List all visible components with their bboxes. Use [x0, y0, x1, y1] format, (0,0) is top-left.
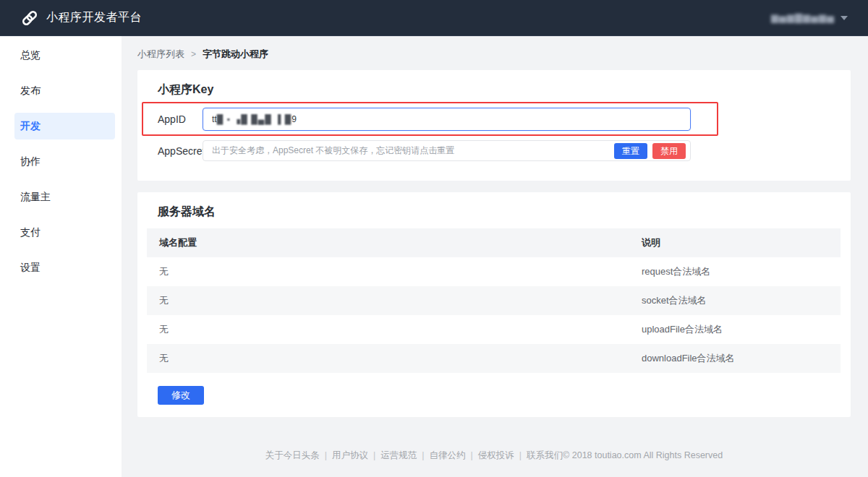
user-menu[interactable]: ▆▅▆▇▆▅▆▅ — [771, 12, 848, 23]
miniapp-key-card: 小程序Key AppID tt █ ▪ ▗█ █▄█ ▐ █ 9 AppSecr… — [137, 70, 851, 181]
footer-link-operation-rules[interactable]: 运营规范 — [380, 450, 417, 460]
table-row: 无 socket合法域名 — [147, 286, 841, 315]
footer-link-infringement[interactable]: 侵权投诉 — [478, 450, 514, 460]
domain-description: uploadFile合法域名 — [642, 323, 841, 336]
sidebar-item-payment[interactable]: 支付 — [14, 219, 115, 246]
appsecret-placeholder: 出于安全考虑，AppSecret 不被明文保存，忘记密钥请点击重置 — [212, 145, 609, 157]
table-row: 无 uploadFile合法域名 — [147, 315, 841, 344]
appsecret-label: AppSecret — [158, 145, 203, 157]
sidebar-item-traffic[interactable]: 流量主 — [14, 184, 115, 210]
footer-separator: | — [471, 450, 473, 460]
chevron-down-icon — [841, 16, 848, 20]
domain-description: downloadFile合法域名 — [642, 352, 841, 365]
domain-config-value: 无 — [147, 294, 642, 307]
appsecret-field: 出于安全考虑，AppSecret 不被明文保存，忘记密钥请点击重置 重置 禁用 — [203, 140, 691, 161]
col-header-description: 说明 — [642, 236, 841, 249]
username: ▆▅▆▇▆▅▆▅ — [771, 12, 835, 23]
footer-link-self-discipline[interactable]: 自律公约 — [430, 450, 466, 460]
sidebar: 总览 发布 开发 协作 流量主 支付 设置 — [0, 36, 122, 477]
breadcrumb-separator: > — [191, 49, 196, 59]
domain-config-value: 无 — [147, 352, 642, 365]
table-row: 无 request合法域名 — [147, 257, 841, 286]
table-header-row: 域名配置 说明 — [147, 228, 841, 257]
domain-table: 域名配置 说明 无 request合法域名 无 socket合法域名 无 upl… — [147, 228, 841, 373]
disable-secret-button[interactable]: 禁用 — [652, 143, 686, 159]
appsecret-row: AppSecret 出于安全考虑，AppSecret 不被明文保存，忘记密钥请点… — [158, 140, 830, 161]
domain-config-value: 无 — [147, 323, 642, 336]
reset-secret-button[interactable]: 重置 — [614, 143, 647, 159]
sidebar-item-collaboration[interactable]: 协作 — [14, 148, 115, 175]
top-header: 小程序开发者平台 ▆▅▆▇▆▅▆▅ — [0, 0, 868, 36]
key-section-title: 小程序Key — [158, 82, 830, 98]
footer-separator: | — [519, 450, 522, 460]
appid-value-suffix: 9 — [292, 114, 297, 124]
domain-config-value: 无 — [147, 265, 642, 278]
breadcrumb: 小程序列表 > 字节跳动小程序 — [137, 47, 851, 61]
breadcrumb-current: 字节跳动小程序 — [203, 48, 268, 61]
footer-separator: | — [422, 450, 424, 460]
modify-button[interactable]: 修改 — [158, 386, 204, 405]
app-title: 小程序开发者平台 — [46, 10, 142, 25]
appid-input[interactable]: tt █ ▪ ▗█ █▄█ ▐ █ 9 — [203, 108, 691, 131]
footer-link-user-agreement[interactable]: 用户协议 — [332, 450, 368, 460]
breadcrumb-miniapp-list[interactable]: 小程序列表 — [137, 48, 184, 61]
footer-separator: | — [373, 450, 375, 460]
link-logo-icon — [20, 9, 39, 27]
table-row: 无 downloadFile合法域名 — [147, 344, 841, 373]
server-domain-card: 服务器域名 域名配置 说明 无 request合法域名 无 socket合法域名… — [137, 192, 851, 417]
footer-copyright: © 2018 toutiao.com All Rights Reserved — [563, 450, 723, 460]
domain-description: socket合法域名 — [642, 294, 841, 307]
col-header-config: 域名配置 — [147, 236, 642, 249]
sidebar-item-publish[interactable]: 发布 — [14, 77, 115, 104]
page-footer: 关于今日头条|用户协议|运营规范|自律公约|侵权投诉|联系我们© 2018 to… — [137, 450, 851, 462]
footer-link-contact[interactable]: 联系我们 — [527, 450, 563, 460]
sidebar-item-develop[interactable]: 开发 — [14, 113, 115, 139]
sidebar-item-settings[interactable]: 设置 — [14, 254, 115, 281]
domain-description: request合法域名 — [642, 265, 841, 278]
appid-label: AppID — [158, 113, 203, 125]
brand: 小程序开发者平台 — [20, 9, 142, 27]
appid-value-prefix: tt — [212, 114, 217, 124]
main-content: 小程序列表 > 字节跳动小程序 小程序Key AppID tt █ ▪ ▗█ █… — [122, 36, 868, 477]
footer-link-about[interactable]: 关于今日头条 — [265, 450, 320, 460]
appid-row: AppID tt █ ▪ ▗█ █▄█ ▐ █ 9 — [158, 108, 830, 131]
domain-section-title: 服务器域名 — [158, 204, 841, 220]
appid-value-masked: █ ▪ ▗█ █▄█ ▐ █ — [217, 114, 292, 124]
footer-separator: | — [325, 450, 327, 460]
sidebar-item-overview[interactable]: 总览 — [14, 42, 115, 69]
